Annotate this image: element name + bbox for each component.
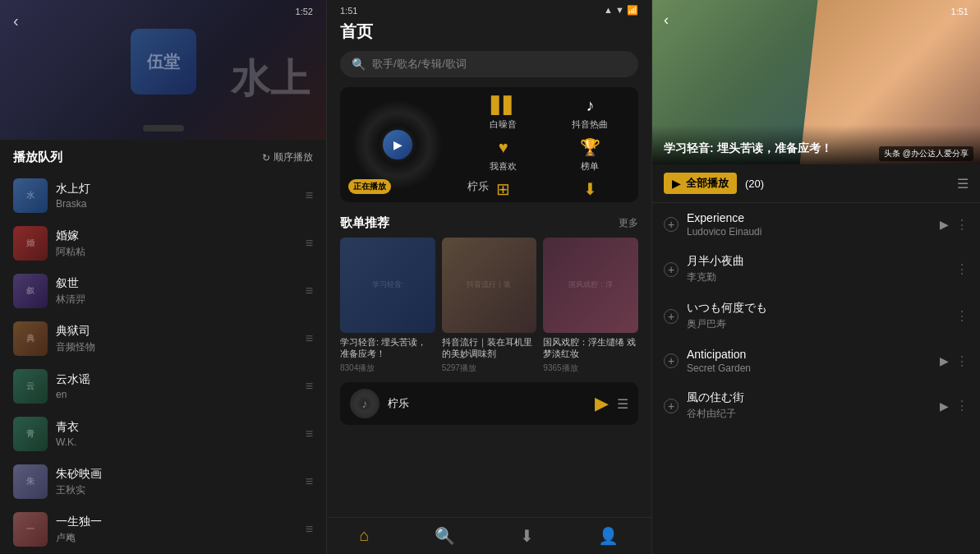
queue-order[interactable]: ↻ 顺序播放 — [262, 150, 313, 164]
order-icon: ↻ — [262, 152, 270, 164]
track-name-1: 月半小夜曲 — [687, 254, 947, 269]
track-artist-1: 李克勤 — [687, 270, 947, 284]
playlist-item-2[interactable]: 国风戏腔：浮 国风戏腔：浮生缱绻 戏梦淡红妆 9365播放 — [543, 238, 638, 374]
add-track-button-2[interactable]: + — [664, 309, 679, 324]
track-info-4: 風の住む街 谷村由纪子 — [687, 390, 932, 421]
song-menu-icon[interactable]: ≡ — [306, 427, 313, 441]
song-menu-icon[interactable]: ≡ — [306, 379, 313, 394]
song-info: 朱砂映画 王秋实 — [56, 467, 297, 497]
back-button[interactable]: ‹ — [13, 12, 19, 30]
np-play-button[interactable]: ▶ — [595, 393, 609, 414]
song-item[interactable]: 叙 叙世 林清羿 ≡ — [0, 267, 326, 315]
song-menu-icon[interactable]: ≡ — [306, 236, 313, 251]
song-menu-icon[interactable]: ≡ — [306, 284, 313, 298]
playlist-name-1: 抖音流行｜装在耳机里的美妙调味剂 — [442, 336, 537, 360]
add-track-button-1[interactable]: + — [664, 262, 679, 277]
song-menu-icon[interactable]: ≡ — [306, 188, 313, 203]
vinyl-center[interactable]: ▶ — [383, 130, 412, 159]
order-label: 顺序播放 — [274, 150, 313, 164]
song-artist: 王秋实 — [56, 483, 297, 497]
song-info: 典狱司 音频怪物 — [56, 324, 297, 354]
track-more-icon-0[interactable]: ⋮ — [955, 217, 968, 233]
song-artist: Braska — [56, 198, 297, 210]
track-more-icon-2[interactable]: ⋮ — [955, 308, 968, 324]
track-item-0[interactable]: + Experience Ludovico Einaudi ▶ ⋮ — [652, 203, 980, 246]
add-track-button-0[interactable]: + — [664, 217, 679, 232]
np-list-button[interactable]: ☰ — [617, 396, 628, 412]
playlist-thumb-text: 国风戏腔：浮 — [565, 276, 616, 293]
song-item[interactable]: 云 云水谣 en ≡ — [0, 362, 326, 410]
profile-icon: 👤 — [598, 526, 619, 546]
song-item[interactable]: 朱 朱砂映画 王秋实 ≡ — [0, 458, 326, 506]
add-track-button-4[interactable]: + — [664, 399, 679, 413]
playlist-item-0[interactable]: 学习轻音: 学习轻音: 埋头苦读，准备应考！ 8304播放 — [340, 238, 435, 374]
track-more-icon-4[interactable]: ⋮ — [955, 398, 968, 413]
track-actions-1: ⋮ — [955, 261, 968, 277]
back-button-3[interactable]: ‹ — [664, 12, 669, 29]
song-menu-icon[interactable]: ≡ — [306, 522, 313, 537]
now-playing-bar[interactable]: ♪ 柠乐 ▶ ☰ — [340, 382, 638, 425]
more-button[interactable]: 更多 — [619, 216, 638, 230]
playlist-grid: 学习轻音: 学习轻音: 埋头苦读，准备应考！ 8304播放 抖音流行｜装 抖音流… — [327, 238, 651, 382]
song-artist: en — [56, 389, 297, 400]
song-menu-icon[interactable]: ≡ — [306, 331, 313, 346]
song-item[interactable]: 一 一生独一 卢飑 ≡ — [0, 506, 326, 553]
nav-download[interactable]: ⬇ — [520, 526, 534, 546]
track-more-icon-1[interactable]: ⋮ — [955, 261, 968, 277]
song-item[interactable]: 婚 婚嫁 阿粘粘 ≡ — [0, 219, 326, 267]
grid-item-3[interactable]: 🏆 榜单 — [550, 137, 631, 173]
mv-icon-4[interactable]: ▶ — [940, 399, 949, 413]
song-name: 婚嫁 — [56, 229, 297, 243]
track-item-3[interactable]: + Anticipation Secret Garden ▶ ⋮ — [652, 339, 980, 382]
playlist-count-2: 9365播放 — [543, 362, 638, 374]
track-more-icon-3[interactable]: ⋮ — [955, 353, 968, 369]
search-bar[interactable]: 🔍 歌手/歌名/专辑/歌词 — [340, 51, 638, 77]
song-artist: 卢飑 — [56, 531, 297, 545]
song-menu-icon[interactable]: ≡ — [306, 474, 313, 489]
song-info: 一生独一 卢飑 — [56, 515, 297, 545]
song-thumb: 水 — [13, 178, 48, 213]
track-info-3: Anticipation Secret Garden — [687, 348, 932, 374]
home-title: 首页 — [327, 21, 651, 51]
song-item[interactable]: 青 青衣 W.K. ≡ — [0, 410, 326, 458]
mv-icon-3[interactable]: ▶ — [940, 354, 949, 367]
play-all-count: (20) — [745, 178, 764, 190]
grid-item-0[interactable]: ▋▋ 白噪音 — [463, 95, 544, 131]
playlist-count-1: 5297播放 — [442, 362, 537, 374]
sort-icon[interactable]: ☰ — [957, 176, 968, 192]
track-item-4[interactable]: + 風の住む街 谷村由纪子 ▶ ⋮ — [652, 382, 980, 429]
nav-home[interactable]: ⌂ — [359, 526, 369, 546]
home-icon: ⌂ — [359, 526, 369, 545]
grid-item-2[interactable]: ♥ 我喜欢 — [463, 137, 544, 173]
np-vinyl-icon: ♪ — [362, 397, 368, 410]
track-item-1[interactable]: + 月半小夜曲 李克勤 ⋮ — [652, 246, 980, 293]
song-info: 水上灯 Braska — [56, 182, 297, 210]
bottom-nav: ⌂ 🔍 ⬇ 👤 — [327, 517, 651, 554]
song-name: 水上灯 — [56, 182, 297, 196]
track-artist-4: 谷村由纪子 — [687, 407, 932, 421]
grid-icon-1: ♪ — [586, 96, 594, 115]
nav-search[interactable]: 🔍 — [435, 526, 455, 546]
song-item[interactable]: 典 典狱司 音频怪物 ≡ — [0, 315, 326, 362]
song-info: 婚嫁 阿粘粘 — [56, 229, 297, 259]
grid-item-1[interactable]: ♪ 抖音热曲 — [550, 95, 631, 131]
playlist-thumb-1: 抖音流行｜装 — [442, 238, 537, 333]
song-item[interactable]: 水 水上灯 Braska ≡ — [0, 172, 326, 219]
playlist-item-1[interactable]: 抖音流行｜装 抖音流行｜装在耳机里的美妙调味剂 5297播放 — [442, 238, 537, 374]
play-all-button[interactable]: ▶ 全部播放 — [664, 173, 737, 194]
playlist-thumb-0: 学习轻音: — [340, 238, 435, 333]
mv-icon-0[interactable]: ▶ — [940, 218, 949, 231]
song-list: 水 水上灯 Braska ≡ 婚 婚嫁 阿粘粘 ≡ 叙 叙世 林清羿 — [0, 172, 326, 554]
add-track-button-3[interactable]: + — [664, 353, 679, 368]
song-name: 青衣 — [56, 420, 297, 435]
nav-profile[interactable]: 👤 — [598, 526, 619, 546]
song-thumb: 叙 — [13, 274, 48, 308]
track-item-2[interactable]: + いつも何度でも 奥戸巴寿 ⋮ — [652, 293, 980, 339]
song-name: 叙世 — [56, 276, 297, 291]
panel-queue: ‹ 1:52 伍堂 水上 播放队列 ↻ 顺序播放 水 水上灯 Braska ≡ — [0, 0, 326, 554]
song-info: 青衣 W.K. — [56, 420, 297, 448]
track-actions-4: ▶ ⋮ — [940, 398, 968, 413]
grid-item-5[interactable]: ⬇ 歌单导入 — [550, 179, 631, 202]
song-thumb: 青 — [13, 417, 48, 451]
grid-icon-3: 🏆 — [580, 137, 600, 157]
